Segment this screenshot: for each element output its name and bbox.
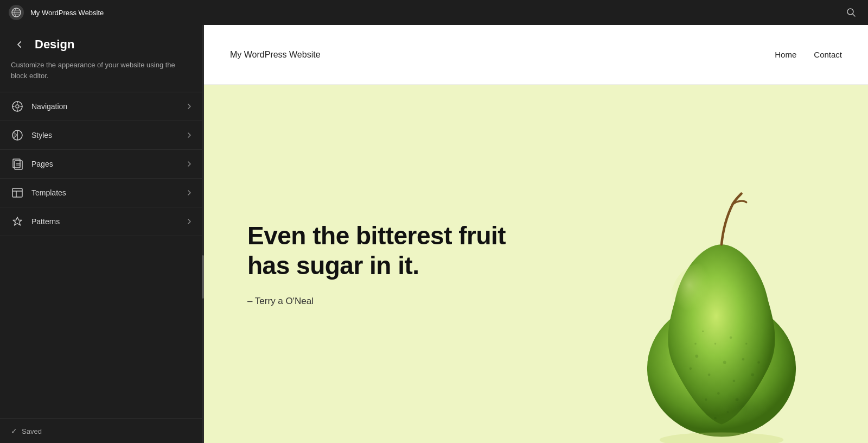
svg-point-27	[702, 331, 704, 332]
sidebar-header: Design	[0, 25, 204, 60]
saved-check-icon: ✓	[11, 427, 17, 435]
svg-point-28	[751, 373, 754, 376]
top-bar: My WordPress Website	[0, 0, 868, 25]
top-bar-title: My WordPress Website	[30, 9, 837, 17]
svg-point-34	[727, 411, 729, 413]
back-button[interactable]	[11, 36, 28, 53]
svg-point-20	[695, 355, 698, 358]
sidebar-item-pages[interactable]: Pages	[0, 150, 204, 179]
patterns-icon	[11, 215, 24, 228]
sidebar-footer: ✓ Saved	[0, 419, 204, 443]
svg-line-2	[853, 14, 856, 17]
styles-label: Styles	[31, 131, 178, 140]
wordpress-logo[interactable]	[9, 5, 24, 20]
svg-point-36	[694, 343, 696, 344]
svg-point-25	[742, 358, 745, 360]
pear-svg	[624, 182, 819, 443]
website-site-title: My WordPress Website	[230, 50, 321, 60]
sidebar-item-patterns[interactable]: Patterns	[0, 207, 204, 236]
svg-point-33	[705, 398, 707, 401]
hero-attribution: – Terry a O'Neal	[247, 296, 519, 307]
styles-icon	[11, 129, 24, 142]
svg-point-18	[669, 263, 737, 350]
sidebar-description: Customize the appearance of your website…	[0, 60, 204, 92]
saved-label: Saved	[22, 427, 42, 435]
navigation-label: Navigation	[31, 102, 178, 111]
svg-point-23	[733, 379, 736, 382]
svg-point-35	[714, 417, 717, 420]
preview-area: My WordPress Website Home Contact Even t…	[204, 25, 868, 443]
pear-illustration	[608, 161, 835, 443]
pages-chevron	[186, 160, 193, 168]
svg-rect-14	[12, 188, 22, 197]
svg-point-37	[757, 361, 760, 364]
hero-quote: Even the bitterest fruit has sugar in it…	[247, 221, 519, 281]
navigation-chevron	[186, 103, 193, 110]
patterns-chevron	[186, 218, 193, 225]
svg-point-19	[700, 365, 774, 421]
templates-icon	[11, 186, 24, 199]
templates-label: Templates	[31, 188, 178, 197]
hero-text: Even the bitterest fruit has sugar in it…	[247, 221, 519, 307]
hero-section: Even the bitterest fruit has sugar in it…	[204, 85, 868, 443]
svg-point-31	[717, 392, 720, 395]
svg-point-29	[745, 343, 747, 344]
svg-point-24	[714, 343, 716, 344]
pages-icon	[11, 157, 24, 170]
svg-point-4	[16, 105, 19, 108]
search-button[interactable]	[843, 4, 859, 21]
nav-contact[interactable]: Contact	[814, 50, 842, 59]
templates-chevron	[186, 189, 193, 197]
website-header: My WordPress Website Home Contact	[204, 25, 868, 85]
styles-chevron	[186, 131, 193, 139]
sidebar-item-styles[interactable]: Styles	[0, 121, 204, 150]
sidebar-item-templates[interactable]: Templates	[0, 179, 204, 207]
sidebar-menu: Navigation Styles	[0, 92, 204, 419]
navigation-icon	[11, 100, 24, 113]
sidebar-item-navigation[interactable]: Navigation	[0, 92, 204, 121]
main-layout: Design Customize the appearance of your …	[0, 25, 868, 443]
svg-point-21	[708, 374, 711, 376]
svg-point-22	[723, 361, 726, 364]
svg-point-32	[736, 398, 739, 401]
sidebar-title: Design	[35, 37, 74, 52]
svg-point-38	[660, 433, 784, 443]
svg-point-26	[730, 336, 732, 339]
svg-point-30	[690, 368, 692, 370]
pages-label: Pages	[31, 160, 178, 168]
website-nav: Home Contact	[775, 50, 842, 59]
nav-home[interactable]: Home	[775, 50, 796, 59]
sidebar: Design Customize the appearance of your …	[0, 25, 204, 443]
patterns-label: Patterns	[31, 217, 178, 226]
